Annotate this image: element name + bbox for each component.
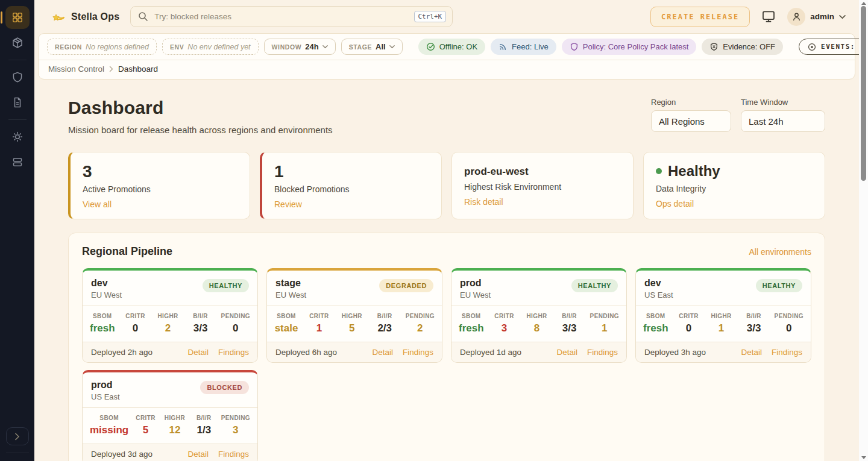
user-menu[interactable]: admin bbox=[787, 8, 846, 26]
display-mode-button[interactable] bbox=[762, 10, 775, 23]
env-name: dev bbox=[644, 278, 673, 289]
env-region: EU West bbox=[275, 290, 306, 299]
data-integrity-value: Healthy bbox=[668, 163, 720, 180]
global-search: Ctrl+K bbox=[130, 6, 453, 27]
metric-label: CRITR bbox=[124, 313, 148, 319]
chevron-right-icon bbox=[14, 433, 20, 441]
metric-label: HIGHR bbox=[525, 313, 549, 319]
metric-value: 1 bbox=[590, 322, 619, 334]
region-filter-chip[interactable]: REGION No regions defined bbox=[47, 39, 157, 55]
shield-icon bbox=[570, 42, 579, 51]
time-window-select[interactable]: Last 24h bbox=[741, 110, 825, 132]
policy-status-pill[interactable]: Policy: Core Policy Pack latest bbox=[562, 39, 697, 55]
shield-x-icon bbox=[709, 42, 719, 51]
deployed-text: Deployed 2h ago bbox=[91, 348, 153, 357]
pipeline-grid: dev EU West HEALTHY SBOMfresh CRITR0 HIG… bbox=[82, 268, 811, 461]
env-region: US East bbox=[91, 392, 120, 401]
detail-link[interactable]: Detail bbox=[556, 348, 577, 357]
findings-link[interactable]: Findings bbox=[218, 348, 249, 357]
time-window-select-value: Last 24h bbox=[749, 116, 784, 127]
app-title: Stella Ops bbox=[71, 11, 119, 22]
metric-value: 3 bbox=[492, 322, 517, 334]
risk-detail-link[interactable]: Risk detail bbox=[464, 197, 503, 207]
offline-status-text: Offline: OK bbox=[439, 42, 477, 51]
scrollbar-up-arrow-icon[interactable] bbox=[861, 2, 866, 5]
stage-chip-label: STAGE bbox=[349, 43, 372, 51]
metric-label: HIGHR bbox=[163, 415, 187, 421]
status-badge: DEGRADED bbox=[379, 279, 433, 292]
metric-label: B/I/R bbox=[742, 313, 766, 319]
metric-value: 0 bbox=[124, 322, 148, 334]
shield-icon bbox=[11, 71, 24, 83]
evidence-status-pill[interactable]: Evidence: OFF bbox=[702, 39, 783, 55]
page-subtitle: Mission board for release health across … bbox=[68, 125, 333, 135]
metric-value: 3 bbox=[221, 424, 250, 436]
env-region: US East bbox=[644, 290, 673, 299]
scrollbar bbox=[859, 0, 868, 461]
metric-label: B/I/R bbox=[558, 313, 582, 319]
shooting-star-icon bbox=[51, 10, 66, 24]
sidebar-item-systems[interactable] bbox=[5, 151, 30, 174]
stage-filter-chip[interactable]: STAGE All bbox=[341, 39, 403, 55]
detail-link[interactable]: Detail bbox=[372, 348, 393, 357]
blocked-promotions-label: Blocked Promotions bbox=[274, 184, 429, 194]
metric-label: SBOM bbox=[90, 415, 128, 421]
region-select[interactable]: All Regions bbox=[651, 110, 731, 132]
chevron-down-icon bbox=[322, 45, 328, 49]
env-filter-chip[interactable]: ENV No env defined yet bbox=[162, 39, 259, 55]
metric-label: HIGHR bbox=[340, 313, 364, 319]
deployed-text: Deployed 3h ago bbox=[644, 348, 706, 357]
findings-link[interactable]: Findings bbox=[403, 348, 433, 357]
highest-risk-label: Highest Risk Environment bbox=[464, 182, 621, 192]
sidebar-item-settings[interactable] bbox=[5, 125, 30, 148]
view-all-link[interactable]: View all bbox=[83, 199, 112, 209]
sidebar-item-dashboard[interactable] bbox=[5, 6, 30, 29]
env-name: stage bbox=[275, 278, 306, 289]
highest-risk-card: prod-eu-west Highest Risk Environment Ri… bbox=[451, 152, 634, 219]
ops-detail-link[interactable]: Ops detail bbox=[656, 199, 694, 209]
detail-link[interactable]: Detail bbox=[741, 348, 762, 357]
region-chip-label: REGION bbox=[55, 43, 82, 51]
detail-link[interactable]: Detail bbox=[187, 348, 209, 357]
metric-label: B/I/R bbox=[373, 313, 397, 319]
blocked-promotions-value: 1 bbox=[274, 163, 429, 180]
sidebar-expand-button[interactable] bbox=[6, 427, 29, 445]
region-chip-value: No regions defined bbox=[86, 43, 149, 51]
detail-link[interactable]: Detail bbox=[187, 450, 209, 459]
metric-label: B/I/R bbox=[192, 415, 216, 421]
sidebar-item-reports[interactable] bbox=[5, 91, 30, 114]
scrollbar-down-arrow-icon[interactable] bbox=[861, 456, 866, 459]
sidebar-item-releases[interactable] bbox=[5, 31, 30, 54]
findings-link[interactable]: Findings bbox=[772, 348, 802, 357]
metric-label: B/I/R bbox=[189, 313, 213, 319]
sidebar-item-policies[interactable] bbox=[5, 66, 30, 89]
pipeline-card-prod-us-east: prod US East BLOCKED SBOMmissing CRITR5 … bbox=[82, 370, 258, 461]
metric-label: HIGHR bbox=[156, 313, 180, 319]
sidebar-footer-divider bbox=[6, 453, 29, 453]
findings-link[interactable]: Findings bbox=[218, 450, 249, 459]
all-environments-link[interactable]: All environments bbox=[749, 247, 812, 257]
metric-value: 0 bbox=[677, 322, 701, 334]
document-icon bbox=[11, 96, 24, 108]
window-filter-chip[interactable]: WINDOW 24h bbox=[264, 39, 336, 55]
events-status-pill[interactable]: EVENTS: DEGRADED bbox=[799, 39, 868, 55]
breadcrumb-parent[interactable]: Mission Control bbox=[48, 64, 104, 74]
review-link[interactable]: Review bbox=[274, 199, 302, 209]
feed-status-pill[interactable]: Feed: Live bbox=[491, 39, 556, 55]
highest-risk-value: prod-eu-west bbox=[464, 163, 621, 178]
metric-label: SBOM bbox=[90, 313, 115, 319]
metric-label: PENDING bbox=[221, 415, 250, 421]
search-icon bbox=[138, 11, 148, 22]
metric-label: PENDING bbox=[221, 313, 250, 319]
evidence-status-text: Evidence: OFF bbox=[723, 42, 775, 51]
metric-value: 5 bbox=[340, 322, 364, 334]
scrollbar-thumb[interactable] bbox=[861, 6, 866, 181]
search-input[interactable] bbox=[154, 12, 407, 21]
offline-status-pill[interactable]: Offline: OK bbox=[418, 39, 485, 55]
create-release-button[interactable]: CREATE RELEASE bbox=[650, 7, 750, 27]
findings-link[interactable]: Findings bbox=[587, 348, 618, 357]
package-icon bbox=[11, 37, 24, 49]
env-name: prod bbox=[91, 380, 120, 390]
sidebar-divider bbox=[8, 119, 27, 120]
metric-value: 3/3 bbox=[742, 322, 766, 334]
